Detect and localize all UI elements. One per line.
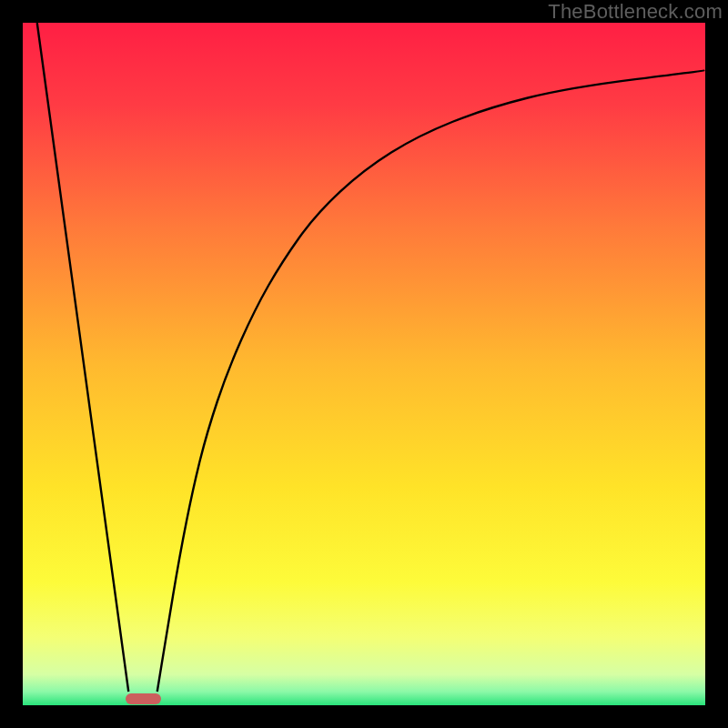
curve-path bbox=[37, 23, 705, 692]
watermark-text: TheBottleneck.com bbox=[548, 0, 723, 24]
bottleneck-curve bbox=[23, 23, 705, 705]
plot-area bbox=[23, 23, 705, 705]
optimal-region-marker bbox=[126, 693, 161, 704]
chart-frame: TheBottleneck.com bbox=[0, 0, 728, 728]
